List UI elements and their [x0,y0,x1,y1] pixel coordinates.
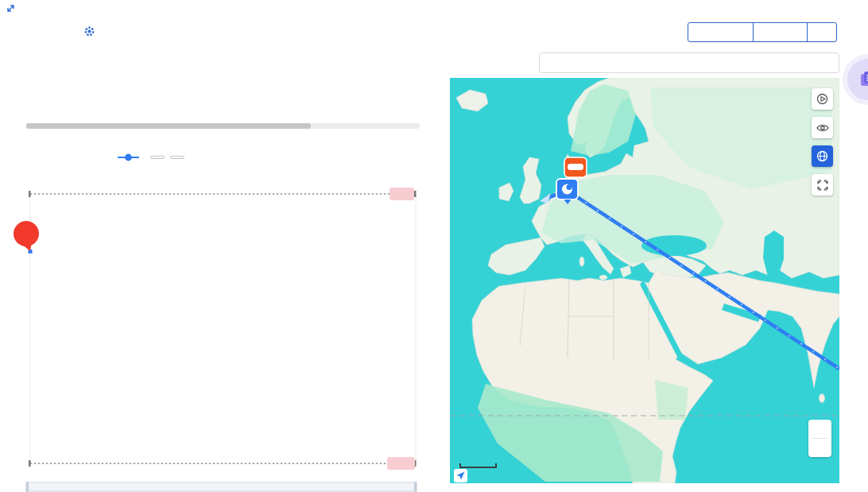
zoom-in-button[interactable] [808,420,831,438]
plot-border [30,194,416,463]
map-panel[interactable] [450,78,839,483]
zoom-out-button[interactable] [808,439,831,457]
scrollbar-thumb[interactable] [26,123,311,129]
amap-plane-icon [454,469,467,482]
datazoom-left-handle[interactable] [26,482,29,492]
more-actions-button[interactable] [807,22,837,42]
globe-layer-button[interactable] [812,145,833,167]
eye-icon [816,123,829,133]
settings-gear-icon[interactable] [83,25,95,37]
breadcrumb [102,26,111,37]
datazoom-right-handle[interactable] [414,482,417,492]
globe-icon [816,150,828,162]
device-location-marker[interactable] [556,178,579,208]
fullscreen-icon [817,180,828,191]
fullscreen-button[interactable] [812,174,833,196]
table-horizontal-scrollbar[interactable] [26,123,420,129]
visibility-button[interactable] [812,117,833,138]
assistant-doc-icon [859,71,868,88]
map-zoom-control [808,420,831,457]
export-excel-button[interactable] [688,22,754,42]
max-value-marker [14,221,39,254]
select-all-button[interactable] [150,156,165,159]
truck-marker[interactable] [564,157,587,181]
trace-playback-button[interactable] [812,88,833,110]
chart-datazoom-slider[interactable] [26,482,417,492]
assistant-floating-button[interactable] [847,59,868,100]
export-pdf-button[interactable] [753,22,808,42]
map-canvas[interactable] [450,78,839,483]
legend-series-symbol[interactable] [118,152,139,163]
date-range-picker[interactable] [539,52,839,73]
temperature-line-chart[interactable] [0,176,433,492]
chart-legend [118,152,184,163]
amap-logo[interactable] [454,469,470,482]
invert-select-button[interactable] [170,156,184,159]
collapse-diagonal-icon[interactable] [6,3,16,14]
map-scale-bar [459,463,497,468]
play-icon [821,97,825,102]
